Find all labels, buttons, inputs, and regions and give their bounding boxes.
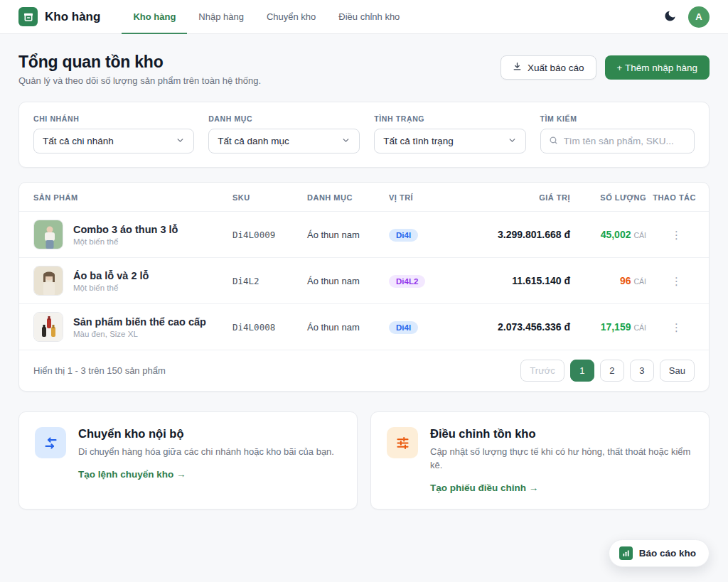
- filter-branch: Chi nhánh Tất cả chi nhánh: [33, 114, 194, 153]
- product-cell: Áo ba lỗ và 2 lỗ Một biến thể: [33, 266, 232, 296]
- chevron-down-icon: [176, 136, 185, 147]
- product-variant: Một biến thể: [73, 284, 149, 292]
- value-amount: 2.073.456.336 đ: [471, 321, 570, 333]
- bar-chart-icon: [619, 546, 633, 560]
- product-variant: Một biến thể: [73, 237, 178, 246]
- search-icon: [549, 135, 558, 148]
- product-name: Combo 3 áo thun 3 lỗ: [73, 224, 178, 235]
- table-row: Sản phẩm biến thể cao cấp Màu đen, Size …: [19, 303, 709, 350]
- category-value: Áo thun nam: [307, 276, 389, 286]
- product-thumbnail: [33, 266, 63, 296]
- transfer-card: Chuyển kho nội bộ Di chuyển hàng hóa giữ…: [18, 411, 358, 510]
- col-product: Sản phẩm: [33, 193, 232, 202]
- value-amount: 11.615.140 đ: [471, 275, 570, 286]
- row-actions-menu[interactable]: ⋮: [665, 319, 687, 335]
- adjustment-card: Điều chỉnh tồn kho Cập nhật số lượng thự…: [370, 411, 710, 510]
- table-row: Combo 3 áo thun 3 lỗ Một biến thể Di4L00…: [19, 211, 709, 257]
- status-select[interactable]: Tất cả tình trạng: [374, 129, 525, 153]
- nav-tab-chuyen-kho[interactable]: Chuyển kho: [255, 0, 327, 34]
- header-actions: Xuất báo cáo + Thêm nhập hàng: [500, 55, 710, 80]
- transfer-card-description: Di chuyển hàng hóa giữa các chi nhánh ho…: [78, 446, 334, 459]
- transfer-card-title: Chuyển kho nội bộ: [78, 427, 334, 441]
- search-input[interactable]: [564, 136, 687, 146]
- pagination-page-1[interactable]: 1: [570, 360, 594, 382]
- sku-value: Di4L0008: [232, 322, 307, 333]
- archive-box-icon: [18, 7, 38, 26]
- category-value: Áo thun nam: [307, 322, 389, 333]
- filter-status: Tình trạng Tất cả tình trạng: [374, 114, 525, 153]
- adjustment-card-description: Cập nhật số lượng thực tế khi có hư hỏng…: [430, 446, 693, 473]
- product-thumbnail: [33, 312, 63, 342]
- quantity-value: 45,002: [601, 229, 631, 240]
- export-report-button[interactable]: Xuất báo cáo: [500, 55, 596, 80]
- location-badge: Di4L2: [389, 275, 425, 288]
- top-navbar: Kho hàng Kho hàng Nhập hàng Chuyển kho Đ…: [0, 0, 728, 34]
- col-category: Danh mục: [307, 193, 389, 202]
- quantity-unit: CÁI: [633, 323, 646, 332]
- sliders-icon: [387, 427, 418, 458]
- pagination-page-3[interactable]: 3: [630, 360, 654, 382]
- inventory-table: Sản phẩm SKU Danh mục Vị trí Giá trị Số …: [18, 182, 710, 392]
- page-header: Tổng quan tồn kho Quản lý và theo dõi số…: [18, 53, 710, 86]
- product-cell: Sản phẩm biến thể cao cấp Màu đen, Size …: [33, 312, 232, 342]
- transfer-arrows-icon: [35, 427, 66, 458]
- main-nav: Kho hàng Nhập hàng Chuyển kho Điều chỉnh…: [122, 0, 411, 34]
- location-badge: Di4l: [389, 229, 418, 242]
- pagination-page-2[interactable]: 2: [600, 360, 624, 382]
- nav-tab-nhap-hang[interactable]: Nhập hàng: [187, 0, 255, 34]
- table-row: Áo ba lỗ và 2 lỗ Một biến thể Di4L2 Áo t…: [19, 257, 709, 303]
- row-actions-menu[interactable]: ⋮: [665, 227, 687, 243]
- page-title: Tổng quan tồn kho: [18, 53, 261, 72]
- search-filter-label: Tìm kiếm: [540, 114, 695, 123]
- app-title: Kho hàng: [45, 10, 100, 24]
- dark-mode-toggle[interactable]: [663, 9, 677, 25]
- category-filter-label: Danh mục: [208, 114, 360, 123]
- quantity-value: 96: [620, 275, 631, 286]
- branch-filter-label: Chi nhánh: [33, 114, 194, 123]
- value-amount: 3.299.801.668 đ: [471, 229, 570, 240]
- col-value: Giá trị: [471, 193, 570, 202]
- page-heading-block: Tổng quan tồn kho Quản lý và theo dõi số…: [18, 53, 261, 86]
- pagination-prev[interactable]: Trước: [520, 360, 564, 382]
- category-select[interactable]: Tất cả danh mục: [208, 129, 360, 153]
- quantity-unit: CÁI: [633, 277, 646, 286]
- chevron-down-icon: [508, 136, 517, 147]
- search-box: [540, 129, 695, 153]
- product-cell: Combo 3 áo thun 3 lỗ Một biến thể: [33, 220, 232, 249]
- col-actions: Thao tác: [646, 193, 696, 202]
- results-summary: Hiển thị 1 - 3 trên 150 sản phẩm: [33, 365, 166, 376]
- adjustment-card-title: Điều chỉnh tồn kho: [430, 427, 693, 441]
- col-sku: SKU: [232, 193, 307, 202]
- sku-value: Di4L0009: [232, 230, 307, 240]
- category-value: Áo thun nam: [307, 230, 389, 240]
- row-actions-menu[interactable]: ⋮: [665, 273, 687, 289]
- branch-select[interactable]: Tất cả chi nhánh: [33, 129, 194, 153]
- filter-bar: Chi nhánh Tất cả chi nhánh Danh mục Tất …: [18, 102, 710, 168]
- col-location: Vị trí: [389, 193, 471, 202]
- create-transfer-link[interactable]: Tạo lệnh chuyển kho →: [78, 469, 186, 480]
- product-thumbnail: [33, 220, 63, 249]
- nav-tab-kho-hang[interactable]: Kho hàng: [122, 0, 187, 34]
- user-avatar[interactable]: A: [688, 6, 710, 28]
- pagination: Trước 1 2 3 Sau: [520, 360, 695, 382]
- page-subtitle: Quản lý và theo dõi số lượng sản phẩm tr…: [18, 75, 261, 86]
- chevron-down-icon: [341, 136, 350, 147]
- pagination-next[interactable]: Sau: [660, 360, 695, 382]
- product-name: Sản phẩm biến thể cao cấp: [73, 316, 206, 328]
- sku-value: Di4L2: [232, 276, 307, 286]
- filter-search: Tìm kiếm: [540, 114, 695, 153]
- location-badge: Di4l: [389, 321, 418, 334]
- add-import-button[interactable]: + Thêm nhập hàng: [605, 55, 710, 80]
- brand: Kho hàng: [18, 7, 100, 26]
- moon-icon: [663, 9, 677, 25]
- create-adjustment-link[interactable]: Tạo phiếu điều chỉnh →: [430, 483, 538, 493]
- product-variant: Màu đen, Size XL: [73, 330, 206, 338]
- warehouse-report-fab[interactable]: Báo cáo kho: [609, 539, 710, 567]
- nav-tab-dieu-chinh-kho[interactable]: Điều chỉnh kho: [327, 0, 411, 34]
- download-icon: [513, 62, 522, 73]
- status-filter-label: Tình trạng: [374, 114, 525, 123]
- navbar-right: A: [663, 6, 710, 28]
- product-name: Áo ba lỗ và 2 lỗ: [73, 270, 149, 281]
- table-header-row: Sản phẩm SKU Danh mục Vị trí Giá trị Số …: [19, 183, 709, 211]
- quantity-value: 17,159: [601, 321, 631, 333]
